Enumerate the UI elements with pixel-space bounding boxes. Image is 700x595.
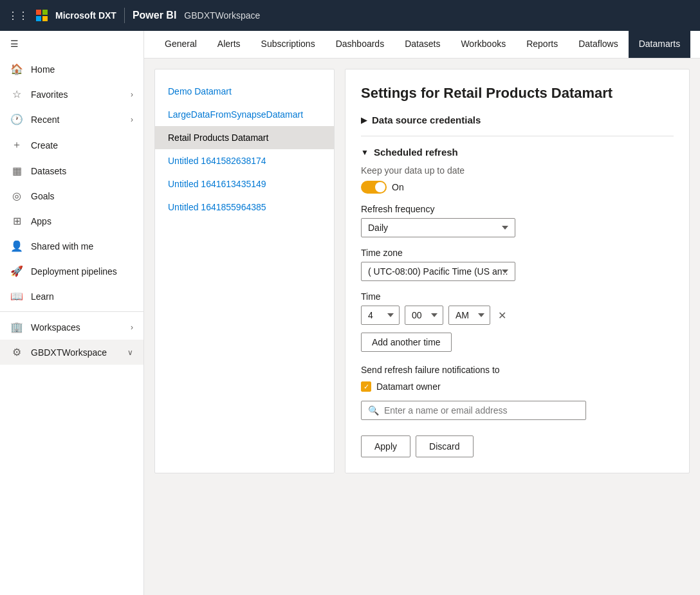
- chevron-right-icon: ›: [131, 115, 133, 124]
- datamart-owner-checkbox[interactable]: ✓: [361, 381, 371, 392]
- tab-dataflows[interactable]: Dataflows: [568, 31, 628, 58]
- refresh-frequency-select[interactable]: Daily Weekly: [361, 218, 515, 237]
- workspace-name: GBDXTWorkspace: [184, 10, 260, 21]
- sidebar-item-label: Shared with me: [31, 241, 93, 252]
- top-navigation: ⋮⋮ Microsoft DXT Power BI GBDXTWorkspace: [0, 0, 700, 31]
- datamart-item-untitled2[interactable]: Untitled 1641613435149: [155, 172, 334, 196]
- refresh-frequency-label: Refresh frequency: [361, 204, 674, 214]
- sidebar-item-recent[interactable]: 🕐 Recent ›: [0, 107, 143, 132]
- settings-title: Settings for Retail Products Datamart: [361, 85, 674, 102]
- scheduled-refresh-label: Scheduled refresh: [374, 147, 458, 158]
- workspace-gear-icon: ⚙: [10, 346, 23, 358]
- datamart-item-demo[interactable]: Demo Datamart: [155, 80, 334, 103]
- favorites-icon: ☆: [10, 88, 23, 100]
- action-buttons: Apply Discard: [361, 435, 674, 457]
- create-icon: ＋: [10, 138, 23, 152]
- discard-button[interactable]: Discard: [416, 435, 473, 457]
- recent-icon: 🕐: [10, 113, 23, 125]
- toggle-on-label: On: [392, 182, 404, 192]
- sidebar-item-favorites[interactable]: ☆ Favorites ›: [0, 82, 143, 107]
- scheduled-refresh-header[interactable]: ▼ Scheduled refresh: [361, 147, 674, 158]
- sidebar-toggle[interactable]: ☰: [0, 31, 143, 57]
- sidebar-item-label: Apps: [31, 216, 51, 226]
- remove-time-button[interactable]: ✕: [495, 307, 509, 324]
- sidebar-item-label: Datasets: [31, 166, 66, 176]
- chevron-down-icon: ∨: [127, 348, 133, 357]
- datamart-label-retail: Retail Products Datamart: [168, 133, 268, 143]
- data-source-header[interactable]: ▶ Data source credentials: [361, 114, 674, 125]
- brand-name: Microsoft DXT: [55, 10, 116, 21]
- time-ampm-select[interactable]: AM PM: [448, 306, 490, 325]
- keep-up-to-date-label: Keep your data up to date: [361, 165, 674, 176]
- datamart-link-untitled3[interactable]: Untitled 1641855964385: [168, 202, 266, 212]
- learn-icon: 📖: [10, 290, 23, 302]
- search-icon: 🔍: [368, 405, 379, 416]
- sidebar-item-label: Learn: [31, 291, 54, 302]
- inner-content: Demo Datamart LargeDataFromSynapseDatama…: [144, 59, 700, 484]
- add-another-time-button[interactable]: Add another time: [361, 333, 452, 352]
- settings-panel: Settings for Retail Products Datamart ▶ …: [345, 69, 690, 473]
- tab-datasets[interactable]: Datasets: [394, 31, 450, 58]
- tab-workbooks[interactable]: Workbooks: [450, 31, 516, 58]
- sidebar-item-shared[interactable]: 👤 Shared with me: [0, 233, 143, 259]
- sidebar-item-label: Deployment pipelines: [31, 266, 117, 277]
- sidebar-item-learn[interactable]: 📖 Learn: [0, 284, 143, 309]
- time-hour-select[interactable]: 4 123 567 8910 1112: [361, 306, 400, 325]
- tab-dashboards[interactable]: Dashboards: [326, 31, 395, 58]
- chevron-right-icon: ›: [131, 323, 133, 332]
- sidebar: ☰ 🏠 Home ☆ Favorites › 🕐 Recent › ＋ Crea…: [0, 31, 144, 595]
- tab-subscriptions[interactable]: Subscriptions: [251, 31, 326, 58]
- workspaces-icon: 🏢: [10, 321, 23, 333]
- datamart-owner-row: ✓ Datamart owner: [361, 381, 674, 392]
- datamart-link-untitled2[interactable]: Untitled 1641613435149: [168, 179, 266, 189]
- tab-general[interactable]: General: [154, 31, 207, 58]
- sidebar-item-datasets[interactable]: ▦ Datasets: [0, 158, 143, 183]
- microsoft-logo: [36, 10, 48, 21]
- sidebar-item-create[interactable]: ＋ Create: [0, 132, 143, 158]
- datamart-link-demo[interactable]: Demo Datamart: [168, 86, 232, 96]
- datamart-link-untitled1[interactable]: Untitled 1641582638174: [168, 156, 266, 166]
- tab-app[interactable]: App: [690, 31, 700, 58]
- tab-alerts[interactable]: Alerts: [207, 31, 251, 58]
- datamart-owner-label: Datamart owner: [376, 381, 441, 392]
- sidebar-item-label: Favorites: [31, 89, 68, 100]
- email-input[interactable]: [384, 405, 579, 416]
- collapsed-arrow-icon: ▶: [361, 116, 367, 125]
- apply-button[interactable]: Apply: [361, 435, 410, 457]
- sidebar-item-label: Workspaces: [31, 322, 80, 333]
- refresh-toggle[interactable]: [361, 181, 387, 194]
- shared-icon: 👤: [10, 240, 23, 252]
- datamart-item-large[interactable]: LargeDataFromSynapseDatamart: [155, 103, 334, 126]
- deployment-icon: 🚀: [10, 265, 23, 277]
- sidebar-item-home[interactable]: 🏠 Home: [0, 57, 143, 82]
- tab-datamarts[interactable]: Datamarts: [629, 31, 691, 58]
- grid-menu-icon[interactable]: ⋮⋮: [8, 10, 28, 22]
- sidebar-item-workspaces[interactable]: 🏢 Workspaces ›: [0, 315, 143, 340]
- tabs-bar: General Alerts Subscriptions Dashboards …: [144, 31, 700, 59]
- sidebar-item-deployment[interactable]: 🚀 Deployment pipelines: [0, 259, 143, 284]
- expanded-arrow-icon: ▼: [361, 148, 369, 157]
- datamart-item-retail[interactable]: Retail Products Datamart: [155, 126, 334, 149]
- home-icon: 🏠: [10, 63, 23, 75]
- time-minute-select[interactable]: 00 153045: [405, 306, 443, 325]
- nav-separator: [124, 8, 125, 23]
- data-source-label: Data source credentials: [372, 114, 481, 125]
- content-area: General Alerts Subscriptions Dashboards …: [144, 31, 700, 595]
- sidebar-item-label: Create: [31, 140, 58, 151]
- sidebar-item-label: Home: [31, 64, 55, 75]
- datamart-item-untitled3[interactable]: Untitled 1641855964385: [155, 196, 334, 219]
- sidebar-item-current-workspace[interactable]: ⚙ GBDXTWorkspace ∨: [0, 340, 143, 365]
- main-layout: ☰ 🏠 Home ☆ Favorites › 🕐 Recent › ＋ Crea…: [0, 31, 700, 595]
- sidebar-item-label: GBDXTWorkspace: [31, 347, 107, 358]
- datamart-item-untitled1[interactable]: Untitled 1641582638174: [155, 149, 334, 172]
- datamart-link-large[interactable]: LargeDataFromSynapseDatamart: [168, 109, 303, 120]
- sidebar-item-goals[interactable]: ◎ Goals: [0, 183, 143, 208]
- email-search-field[interactable]: 🔍: [361, 401, 586, 420]
- tab-reports[interactable]: Reports: [516, 31, 568, 58]
- apps-icon: ⊞: [10, 215, 23, 227]
- timezone-select[interactable]: ( UTC-08:00) Pacific Time (US an…: [361, 262, 515, 281]
- datasets-icon: ▦: [10, 165, 23, 177]
- sidebar-item-apps[interactable]: ⊞ Apps: [0, 208, 143, 233]
- app-name: Power BI: [133, 10, 176, 21]
- data-source-section: ▶ Data source credentials: [361, 114, 674, 125]
